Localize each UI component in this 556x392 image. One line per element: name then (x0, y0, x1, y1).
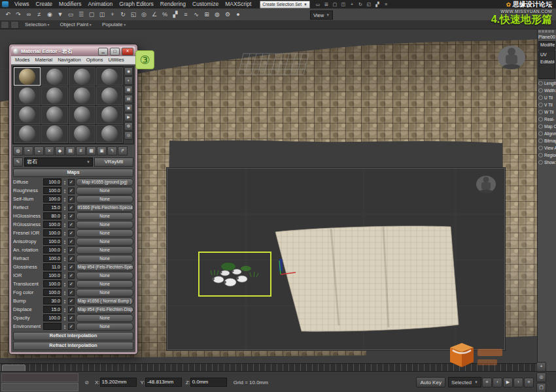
material-sample-slot[interactable] (41, 67, 68, 86)
backlight-icon[interactable]: ◐ (124, 76, 133, 85)
map-enable-checkbox[interactable] (68, 247, 75, 253)
radio-icon[interactable] (538, 153, 543, 157)
radio-icon[interactable] (538, 95, 543, 100)
material-sample-slot[interactable] (41, 86, 68, 105)
amount-spinner-field[interactable]: 80.0 (43, 212, 61, 220)
ribbon-minimize-icon[interactable] (10, 21, 19, 29)
map-slot-button[interactable]: None (76, 187, 133, 195)
menu-item[interactable]: Create (33, 0, 56, 8)
ribbon-config-icon[interactable] (1, 21, 9, 29)
spinner-arrows[interactable] (63, 307, 67, 312)
maximize-button[interactable]: ▢ (110, 48, 120, 56)
minimize-button[interactable]: ▁ (98, 48, 108, 56)
map-enable-checkbox[interactable] (68, 213, 75, 220)
render-production-icon[interactable]: ● (233, 10, 243, 20)
map-enable-checkbox[interactable] (68, 323, 75, 330)
rectangular-region-icon[interactable]: ▢ (331, 1, 339, 8)
ribbon-tab[interactable]: Selection (20, 20, 55, 29)
sample-type-icon[interactable]: ◉ (124, 67, 133, 76)
material-sample-slot[interactable] (69, 106, 96, 124)
go-to-start-icon[interactable]: « (482, 378, 492, 387)
ribbon-tab[interactable]: Object Paint (55, 20, 97, 29)
character-figure[interactable] (279, 259, 283, 271)
modifier-stack[interactable]: UVEditable (538, 50, 555, 79)
spinner-arrows[interactable] (63, 299, 67, 304)
amount-spinner-field[interactable]: 100.0 (43, 272, 61, 279)
material-sample-slot[interactable] (96, 125, 123, 143)
material-editor-title-bar[interactable]: Material Editor - 岩石 ▁ ▢ ✕ (11, 46, 135, 56)
make-unique-icon[interactable]: ◆ (55, 146, 65, 155)
select-and-move-icon[interactable]: + (107, 10, 118, 20)
parameter-row[interactable]: Show: (538, 159, 556, 166)
maxscript-mini-listener[interactable] (1, 373, 78, 391)
map-slot-button[interactable]: None (76, 229, 133, 237)
bind-to-spacewarp-icon[interactable]: ◉ (44, 10, 55, 20)
modifier-stack-item[interactable]: Editable (539, 58, 555, 65)
radio-icon[interactable] (538, 124, 543, 129)
app-logo-icon[interactable] (2, 1, 9, 7)
map-enable-checkbox[interactable] (68, 179, 75, 186)
parameter-row[interactable]: Length: (538, 80, 556, 87)
unlink-selection-icon[interactable]: ≠ (34, 10, 44, 20)
make-preview-icon[interactable]: ▶ (124, 113, 133, 122)
zoom-icon[interactable]: ◎ (536, 372, 546, 382)
align-icon[interactable]: ≡ (382, 1, 390, 8)
map-enable-checkbox[interactable] (68, 272, 75, 279)
radio-icon[interactable] (538, 88, 543, 93)
map-enable-checkbox[interactable] (68, 230, 75, 237)
rectangular-region-icon[interactable]: ▢ (86, 10, 97, 20)
schematic-view-icon[interactable]: ⊞ (201, 10, 212, 20)
named-selection-set-dropdown[interactable]: Create Selection Set ▼ (260, 1, 310, 8)
window-crossing-icon[interactable]: ◫ (339, 1, 347, 8)
map-enable-checkbox[interactable] (68, 306, 75, 313)
map-slot-button[interactable]: None (76, 212, 133, 220)
amount-spinner-field[interactable]: 100.0 (43, 229, 61, 237)
spinner-arrows[interactable] (63, 273, 67, 278)
redo-icon[interactable]: ↷ (13, 10, 24, 20)
material-sample-slot[interactable] (14, 86, 41, 105)
amount-spinner-field[interactable]: 100.0 (43, 238, 61, 245)
material-sample-slot[interactable] (96, 86, 123, 105)
radio-icon[interactable] (538, 103, 543, 107)
region-navigation-gizmo[interactable] (476, 176, 496, 193)
show-end-result-icon[interactable]: ▣ (97, 146, 107, 155)
spinner-arrows[interactable] (63, 222, 67, 227)
map-slot-button[interactable]: Map #1655 (ground.jpg) (76, 178, 133, 186)
align-icon[interactable]: ≡ (181, 10, 191, 20)
spinner-arrows[interactable] (63, 197, 67, 202)
viewport-navigation-gizmo[interactable] (498, 46, 525, 69)
parameter-row[interactable]: V Til (538, 101, 556, 108)
pick-material-eyedropper-icon[interactable]: ✎ (13, 157, 23, 167)
parameter-row[interactable]: Width: (538, 87, 556, 94)
spinner-arrows[interactable] (63, 265, 67, 270)
map-enable-checkbox[interactable] (68, 289, 75, 296)
reference-coordinate-dropdown[interactable]: View ▼ (310, 10, 333, 20)
modifier-stack-item[interactable]: UV (539, 51, 555, 58)
auto-key-button[interactable]: Auto Key (416, 377, 445, 387)
map-slot-button[interactable]: None (76, 280, 133, 288)
map-enable-checkbox[interactable] (68, 255, 75, 262)
select-object-icon[interactable]: ▭ (65, 10, 76, 20)
spinner-arrows[interactable] (63, 205, 67, 210)
go-to-end-icon[interactable]: » (524, 378, 534, 387)
map-slot-button[interactable]: None (76, 221, 133, 229)
spinner-arrows[interactable] (63, 248, 67, 253)
map-enable-checkbox[interactable] (68, 188, 75, 194)
previous-frame-icon[interactable]: ‹ (493, 378, 502, 387)
video-color-check-icon[interactable]: ▣ (124, 104, 133, 112)
amount-spinner-field[interactable] (43, 323, 61, 330)
radio-icon[interactable] (538, 139, 543, 143)
map-slot-button[interactable]: None (76, 195, 133, 203)
map-slot-button[interactable]: Map #1656 ( Normal Bump ) (76, 297, 133, 305)
menu-item[interactable]: Graph Editors (116, 0, 156, 8)
map-enable-checkbox[interactable] (68, 264, 75, 270)
go-forward-sibling-icon[interactable]: ↱ (118, 146, 128, 155)
map-slot-button[interactable]: None (76, 246, 133, 254)
map-slot-button[interactable]: None (76, 255, 133, 263)
material-sample-slot[interactable] (69, 125, 96, 143)
map-slot-button[interactable]: None (76, 314, 133, 322)
undo-icon[interactable]: ↶ (3, 10, 13, 20)
get-material-icon[interactable]: ◍ (13, 146, 23, 155)
put-material-to-scene-icon[interactable]: ◓ (24, 146, 33, 155)
material-sample-slot[interactable] (96, 67, 123, 86)
